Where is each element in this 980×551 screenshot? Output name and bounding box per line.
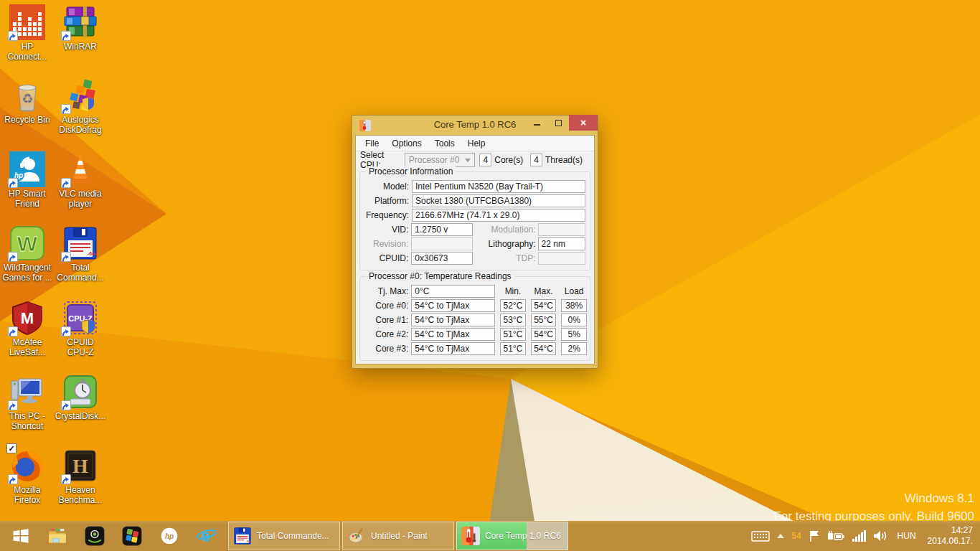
titlebar[interactable]: Core Temp 1.0 RC6 × <box>355 116 595 135</box>
core2-range[interactable]: 54°C to TjMax <box>411 328 495 341</box>
action-center-flag-icon[interactable] <box>809 529 820 542</box>
core1-load[interactable]: 0% <box>561 314 587 326</box>
folder-icon <box>47 525 68 547</box>
desktop-icon-recycle-bin[interactable]: ♻ Recycle Bin <box>0 77 55 125</box>
core0-min[interactable]: 52°C <box>500 299 526 312</box>
taskbar-app-paint[interactable]: Untitled - Paint <box>342 522 454 550</box>
icon-label: VLC media player <box>53 189 108 209</box>
core1-max[interactable]: 55°C <box>531 314 557 326</box>
core1-label: Core #1: <box>363 315 411 325</box>
taskbar-app-coretemp[interactable]: Core Temp 1.0 RC6 <box>456 522 568 550</box>
cpu-select-dropdown[interactable]: Processor #0 <box>405 153 476 167</box>
minimize-button[interactable] <box>526 115 547 131</box>
icon-label: This PC - Shortcut <box>0 411 55 431</box>
frequency-field[interactable]: 2166.67MHz (74.71 x 29.0) <box>412 209 585 222</box>
desktop-icon-this-pc[interactable]: This PC - Shortcut <box>0 374 55 431</box>
svg-text:W: W <box>17 232 38 255</box>
shortcut-arrow-icon <box>61 326 71 336</box>
language-indicator[interactable]: HUN <box>897 531 916 541</box>
shortcut-arrow-icon <box>8 178 18 188</box>
close-button[interactable]: × <box>569 115 598 131</box>
clock[interactable]: 14:27 2014.06.17. <box>928 525 973 547</box>
desktop-icon-heaven[interactable]: H Heaven Benchma... <box>53 448 108 505</box>
recycle-bin-icon: ♻ <box>9 77 45 113</box>
taskbar: hp e -64- Total Commande... Untitled - P… <box>0 521 980 551</box>
desktop-icon-vlc[interactable]: VLC media player <box>53 151 108 209</box>
mediasuite-button[interactable] <box>116 521 148 551</box>
volume-icon[interactable] <box>873 529 887 542</box>
coretemp-tray-temperature[interactable]: 54 <box>791 531 801 541</box>
svg-text:hp: hp <box>165 532 174 540</box>
model-field[interactable]: Intel Pentium N3520 (Bay Trail-T) <box>412 180 585 193</box>
core3-max[interactable]: 54°C <box>531 342 557 355</box>
cpuid-field[interactable]: 0x30673 <box>411 252 472 265</box>
core2-label: Core #2: <box>363 329 411 339</box>
modulation-label: Modulation: <box>473 225 538 235</box>
desktop-icon-mcafee[interactable]: M McAfee LiveSaf... <box>0 300 55 357</box>
desktop-icon-wildtangent[interactable]: W WildTangent Games for ... <box>0 225 55 283</box>
tdp-field <box>538 252 585 265</box>
core1-min[interactable]: 53°C <box>500 314 526 326</box>
desktop-icon-winrar[interactable]: WinRAR <box>53 4 108 52</box>
cpuz-icon: CPU-Z <box>62 300 98 336</box>
menu-help[interactable]: Help <box>461 137 492 150</box>
touch-keyboard-icon[interactable] <box>751 529 770 543</box>
vid-field[interactable]: 1.2750 v <box>411 223 472 236</box>
chevron-down-icon <box>465 159 471 162</box>
selection-checkbox[interactable]: ✓ <box>6 443 17 453</box>
desktop-icon-auslogics[interactable]: Auslogics DiskDefrag <box>53 77 108 135</box>
table-row: Core #3: 54°C to TjMax 51°C 54°C 2% <box>363 342 587 356</box>
platform-field[interactable]: Socket 1380 (UTFCBGA1380) <box>412 194 585 207</box>
system-tray: 54 <box>751 525 980 547</box>
paint-palette-icon <box>347 527 366 545</box>
core3-load[interactable]: 2% <box>561 342 587 355</box>
power-battery-icon[interactable] <box>827 529 844 542</box>
core0-max[interactable]: 54°C <box>531 299 557 312</box>
svg-text:-64-: -64- <box>88 251 97 256</box>
crystaldisk-icon <box>62 374 98 410</box>
desktop-icon-hp-smart-friend[interactable]: hp HP Smart Friend <box>0 151 55 209</box>
build-watermark: Windows 8.1 For testing purposes only. B… <box>774 489 974 525</box>
file-explorer-button[interactable] <box>42 521 73 551</box>
tray-time: 14:27 <box>928 525 973 536</box>
shortcut-arrow-icon <box>8 326 18 336</box>
icon-label: HP Connect... <box>0 42 55 62</box>
menu-options[interactable]: Options <box>385 137 428 150</box>
start-button[interactable] <box>0 521 42 551</box>
core0-range[interactable]: 54°C to TjMax <box>411 299 495 312</box>
taskbar-app-total-commander[interactable]: -64- Total Commande... <box>228 522 340 550</box>
core0-load[interactable]: 38% <box>561 299 587 312</box>
hp-button[interactable]: hp <box>154 521 185 551</box>
core2-load[interactable]: 5% <box>561 328 587 341</box>
winrar-icon <box>62 4 98 40</box>
core3-range[interactable]: 54°C to TjMax <box>411 342 495 355</box>
menu-file[interactable]: File <box>359 137 385 150</box>
desktop-icon-firefox[interactable]: ✓ Mozilla Firefox <box>0 448 55 505</box>
processor-information-group: Processor Information Model:Intel Pentiu… <box>359 171 590 270</box>
puzzle-app-icon <box>121 525 143 547</box>
modulation-field <box>538 223 585 236</box>
this-pc-icon <box>9 374 45 410</box>
core2-min[interactable]: 51°C <box>500 328 526 341</box>
desktop-icon-cpuz[interactable]: CPU-Z CPUID CPU-Z <box>53 300 108 357</box>
icon-label: HP Smart Friend <box>0 189 55 209</box>
desktop-icon-total-commander[interactable]: -64- Total Command... <box>53 225 108 283</box>
core1-range[interactable]: 54°C to TjMax <box>411 314 495 326</box>
total-commander-icon: -64- <box>62 225 98 261</box>
icon-label: Heaven Benchma... <box>53 485 108 505</box>
icon-label: Auslogics DiskDefrag <box>53 115 108 135</box>
tjmax-field[interactable]: 0°C <box>411 285 495 298</box>
hp-connected-icon <box>9 4 45 40</box>
auslogics-diskdefrag-icon <box>62 77 98 113</box>
internet-explorer-button[interactable]: e <box>191 521 222 551</box>
lithography-field[interactable]: 22 nm <box>538 237 585 250</box>
desktop-icon-crystaldisk[interactable]: CrystalDisk... <box>53 374 108 421</box>
show-hidden-icons-chevron[interactable] <box>777 534 784 538</box>
core2-max[interactable]: 54°C <box>531 328 557 341</box>
menu-tools[interactable]: Tools <box>428 137 461 150</box>
desktop-icon-hp-connected[interactable]: HP Connect... <box>0 4 55 62</box>
maximize-button[interactable] <box>547 115 569 131</box>
youcam-button[interactable] <box>79 521 110 551</box>
network-signal-icon[interactable] <box>852 529 866 542</box>
core3-min[interactable]: 51°C <box>500 342 526 355</box>
